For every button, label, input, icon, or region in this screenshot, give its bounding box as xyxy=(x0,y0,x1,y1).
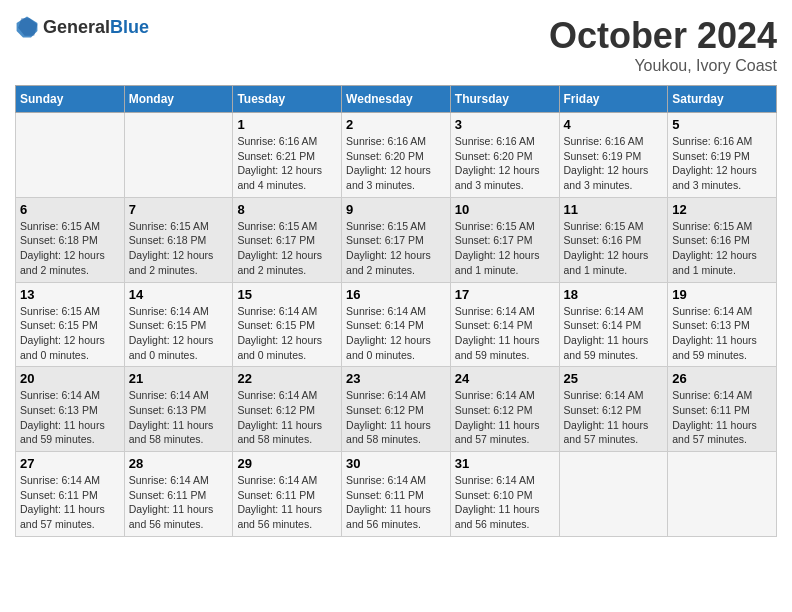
day-number: 24 xyxy=(455,371,555,386)
calendar-day-cell: 13Sunrise: 6:15 AM Sunset: 6:15 PM Dayli… xyxy=(16,282,125,367)
day-info: Sunrise: 6:16 AM Sunset: 6:20 PM Dayligh… xyxy=(455,134,555,193)
calendar-day-cell: 5Sunrise: 6:16 AM Sunset: 6:19 PM Daylig… xyxy=(668,113,777,198)
calendar-day-cell: 27Sunrise: 6:14 AM Sunset: 6:11 PM Dayli… xyxy=(16,452,125,537)
day-number: 16 xyxy=(346,287,446,302)
day-of-week-header: Thursday xyxy=(450,86,559,113)
calendar-day-cell: 4Sunrise: 6:16 AM Sunset: 6:19 PM Daylig… xyxy=(559,113,668,198)
day-number: 14 xyxy=(129,287,229,302)
calendar-day-cell: 19Sunrise: 6:14 AM Sunset: 6:13 PM Dayli… xyxy=(668,282,777,367)
calendar-day-cell: 2Sunrise: 6:16 AM Sunset: 6:20 PM Daylig… xyxy=(342,113,451,198)
day-info: Sunrise: 6:15 AM Sunset: 6:16 PM Dayligh… xyxy=(564,219,664,278)
calendar-day-cell: 20Sunrise: 6:14 AM Sunset: 6:13 PM Dayli… xyxy=(16,367,125,452)
calendar-day-cell: 23Sunrise: 6:14 AM Sunset: 6:12 PM Dayli… xyxy=(342,367,451,452)
calendar-day-cell: 18Sunrise: 6:14 AM Sunset: 6:14 PM Dayli… xyxy=(559,282,668,367)
day-info: Sunrise: 6:15 AM Sunset: 6:17 PM Dayligh… xyxy=(455,219,555,278)
day-number: 9 xyxy=(346,202,446,217)
day-of-week-header: Friday xyxy=(559,86,668,113)
day-info: Sunrise: 6:15 AM Sunset: 6:16 PM Dayligh… xyxy=(672,219,772,278)
calendar-day-cell: 22Sunrise: 6:14 AM Sunset: 6:12 PM Dayli… xyxy=(233,367,342,452)
day-number: 21 xyxy=(129,371,229,386)
calendar-day-cell: 29Sunrise: 6:14 AM Sunset: 6:11 PM Dayli… xyxy=(233,452,342,537)
calendar-week-row: 20Sunrise: 6:14 AM Sunset: 6:13 PM Dayli… xyxy=(16,367,777,452)
day-number: 28 xyxy=(129,456,229,471)
day-info: Sunrise: 6:14 AM Sunset: 6:12 PM Dayligh… xyxy=(455,388,555,447)
day-info: Sunrise: 6:14 AM Sunset: 6:14 PM Dayligh… xyxy=(455,304,555,363)
day-info: Sunrise: 6:16 AM Sunset: 6:19 PM Dayligh… xyxy=(672,134,772,193)
day-number: 13 xyxy=(20,287,120,302)
day-number: 26 xyxy=(672,371,772,386)
day-number: 19 xyxy=(672,287,772,302)
day-number: 31 xyxy=(455,456,555,471)
day-info: Sunrise: 6:14 AM Sunset: 6:13 PM Dayligh… xyxy=(20,388,120,447)
day-info: Sunrise: 6:14 AM Sunset: 6:12 PM Dayligh… xyxy=(346,388,446,447)
day-number: 25 xyxy=(564,371,664,386)
day-info: Sunrise: 6:14 AM Sunset: 6:11 PM Dayligh… xyxy=(237,473,337,532)
day-number: 12 xyxy=(672,202,772,217)
day-number: 20 xyxy=(20,371,120,386)
calendar-day-cell: 24Sunrise: 6:14 AM Sunset: 6:12 PM Dayli… xyxy=(450,367,559,452)
calendar-day-cell: 11Sunrise: 6:15 AM Sunset: 6:16 PM Dayli… xyxy=(559,197,668,282)
calendar-day-cell: 6Sunrise: 6:15 AM Sunset: 6:18 PM Daylig… xyxy=(16,197,125,282)
subtitle: Youkou, Ivory Coast xyxy=(549,57,777,75)
calendar-day-cell xyxy=(559,452,668,537)
day-number: 27 xyxy=(20,456,120,471)
day-info: Sunrise: 6:14 AM Sunset: 6:11 PM Dayligh… xyxy=(672,388,772,447)
day-number: 22 xyxy=(237,371,337,386)
calendar-day-cell: 3Sunrise: 6:16 AM Sunset: 6:20 PM Daylig… xyxy=(450,113,559,198)
day-number: 4 xyxy=(564,117,664,132)
calendar-day-cell: 8Sunrise: 6:15 AM Sunset: 6:17 PM Daylig… xyxy=(233,197,342,282)
day-info: Sunrise: 6:15 AM Sunset: 6:15 PM Dayligh… xyxy=(20,304,120,363)
logo-icon xyxy=(15,15,39,39)
day-info: Sunrise: 6:15 AM Sunset: 6:17 PM Dayligh… xyxy=(346,219,446,278)
day-number: 17 xyxy=(455,287,555,302)
logo-general: General xyxy=(43,17,110,37)
day-number: 3 xyxy=(455,117,555,132)
main-title: October 2024 xyxy=(549,15,777,57)
day-info: Sunrise: 6:16 AM Sunset: 6:21 PM Dayligh… xyxy=(237,134,337,193)
calendar-week-row: 6Sunrise: 6:15 AM Sunset: 6:18 PM Daylig… xyxy=(16,197,777,282)
day-info: Sunrise: 6:16 AM Sunset: 6:19 PM Dayligh… xyxy=(564,134,664,193)
calendar-body: 1Sunrise: 6:16 AM Sunset: 6:21 PM Daylig… xyxy=(16,113,777,537)
calendar-day-cell: 26Sunrise: 6:14 AM Sunset: 6:11 PM Dayli… xyxy=(668,367,777,452)
day-info: Sunrise: 6:15 AM Sunset: 6:18 PM Dayligh… xyxy=(20,219,120,278)
calendar-day-cell xyxy=(668,452,777,537)
logo-text: GeneralBlue xyxy=(43,17,149,38)
day-number: 7 xyxy=(129,202,229,217)
day-number: 1 xyxy=(237,117,337,132)
day-number: 18 xyxy=(564,287,664,302)
calendar-day-cell: 14Sunrise: 6:14 AM Sunset: 6:15 PM Dayli… xyxy=(124,282,233,367)
day-of-week-header: Tuesday xyxy=(233,86,342,113)
day-info: Sunrise: 6:14 AM Sunset: 6:14 PM Dayligh… xyxy=(346,304,446,363)
day-number: 10 xyxy=(455,202,555,217)
day-info: Sunrise: 6:14 AM Sunset: 6:12 PM Dayligh… xyxy=(564,388,664,447)
day-info: Sunrise: 6:15 AM Sunset: 6:17 PM Dayligh… xyxy=(237,219,337,278)
day-of-week-header: Saturday xyxy=(668,86,777,113)
day-info: Sunrise: 6:14 AM Sunset: 6:11 PM Dayligh… xyxy=(20,473,120,532)
day-number: 2 xyxy=(346,117,446,132)
day-number: 29 xyxy=(237,456,337,471)
calendar-day-cell xyxy=(124,113,233,198)
day-number: 8 xyxy=(237,202,337,217)
title-area: October 2024 Youkou, Ivory Coast xyxy=(549,15,777,75)
calendar-day-cell: 28Sunrise: 6:14 AM Sunset: 6:11 PM Dayli… xyxy=(124,452,233,537)
day-info: Sunrise: 6:14 AM Sunset: 6:15 PM Dayligh… xyxy=(129,304,229,363)
day-info: Sunrise: 6:14 AM Sunset: 6:11 PM Dayligh… xyxy=(346,473,446,532)
day-number: 23 xyxy=(346,371,446,386)
calendar-day-cell: 9Sunrise: 6:15 AM Sunset: 6:17 PM Daylig… xyxy=(342,197,451,282)
calendar-day-cell: 25Sunrise: 6:14 AM Sunset: 6:12 PM Dayli… xyxy=(559,367,668,452)
calendar-day-cell: 7Sunrise: 6:15 AM Sunset: 6:18 PM Daylig… xyxy=(124,197,233,282)
header: GeneralBlue October 2024 Youkou, Ivory C… xyxy=(15,15,777,75)
day-info: Sunrise: 6:14 AM Sunset: 6:11 PM Dayligh… xyxy=(129,473,229,532)
day-number: 5 xyxy=(672,117,772,132)
calendar-day-cell: 10Sunrise: 6:15 AM Sunset: 6:17 PM Dayli… xyxy=(450,197,559,282)
calendar-table: SundayMondayTuesdayWednesdayThursdayFrid… xyxy=(15,85,777,537)
calendar-week-row: 27Sunrise: 6:14 AM Sunset: 6:11 PM Dayli… xyxy=(16,452,777,537)
calendar-week-row: 1Sunrise: 6:16 AM Sunset: 6:21 PM Daylig… xyxy=(16,113,777,198)
calendar-day-cell: 31Sunrise: 6:14 AM Sunset: 6:10 PM Dayli… xyxy=(450,452,559,537)
days-of-week-row: SundayMondayTuesdayWednesdayThursdayFrid… xyxy=(16,86,777,113)
calendar-day-cell xyxy=(16,113,125,198)
day-number: 15 xyxy=(237,287,337,302)
calendar-week-row: 13Sunrise: 6:15 AM Sunset: 6:15 PM Dayli… xyxy=(16,282,777,367)
day-number: 30 xyxy=(346,456,446,471)
day-number: 11 xyxy=(564,202,664,217)
